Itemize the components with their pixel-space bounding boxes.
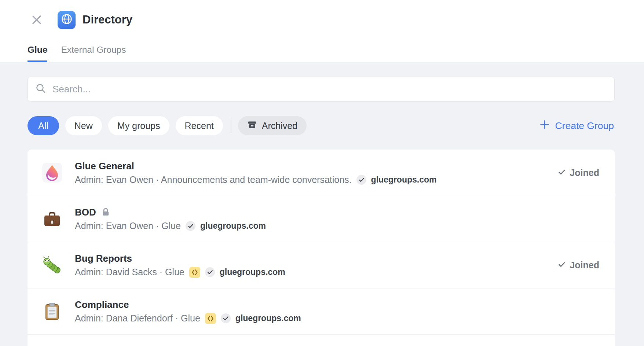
group-name: Bug Reports [75,253,132,264]
filter-pill-my-groups[interactable]: My groups [108,116,169,135]
verified-check-icon [205,267,215,277]
yellow-brackets-badge-icon [189,267,200,278]
group-list: Glue General Admin: Evan Owen · Announce… [28,150,615,346]
group-subtitle: Admin: Evan Owen · Glue [75,221,181,231]
group-row-bug-reports[interactable]: Bug Reports Admin: David Sacks · Glue gl… [28,242,615,288]
filter-pill-all[interactable]: All [28,116,59,135]
group-row-partial [28,334,615,346]
directory-content: All New My groups Recent Archived Create… [0,62,644,346]
verified-check-icon [221,313,231,323]
group-subtitle: Admin: Evan Owen · Announcements and tea… [75,174,352,185]
filter-pill-recent[interactable]: Recent [176,116,223,135]
page-title: Directory [83,13,132,26]
clipboard-icon [42,302,62,321]
filter-divider [231,118,231,133]
archive-icon [247,120,257,132]
create-group-label: Create Group [555,120,614,132]
tab-glue[interactable]: Glue [28,45,47,62]
filter-pill-archived[interactable]: Archived [238,116,307,135]
directory-tabs: Glue External Groups [28,45,615,62]
group-name: Compliance [75,299,129,310]
joined-check-icon [558,260,566,270]
group-name: Glue General [75,161,134,172]
filter-bar: All New My groups Recent Archived Create… [28,116,615,135]
group-row-glue-general[interactable]: Glue General Admin: Evan Owen · Announce… [28,150,615,196]
search-icon [35,83,46,95]
group-subtitle: Admin: David Sacks · Glue [75,267,184,277]
lock-icon [101,207,110,218]
yellow-brackets-badge-icon [205,313,216,324]
group-domain: gluegroups.com [371,175,437,185]
plus-icon [539,119,550,133]
verified-check-icon [356,175,366,185]
close-icon[interactable] [30,14,43,26]
group-row-bod[interactable]: BOD Admin: Evan Owen · Glue gluegroups.c… [28,196,615,242]
caterpillar-icon [42,255,62,275]
search-bar[interactable] [28,77,615,102]
create-group-button[interactable]: Create Group [539,119,615,133]
directory-header: Directory Glue External Groups [0,0,644,62]
group-subtitle: Admin: Dana Diefendorf · Glue [75,313,200,324]
search-input[interactable] [52,83,607,95]
directory-app-badge [58,11,76,29]
group-domain: gluegroups.com [200,221,266,231]
verified-check-icon [186,221,195,231]
briefcase-icon [42,209,62,229]
filter-pill-new[interactable]: New [65,116,102,135]
tab-external-groups[interactable]: External Groups [61,45,126,62]
joined-label: Joined [570,168,599,178]
joined-check-icon [558,168,566,178]
group-row-compliance[interactable]: Compliance Admin: Dana Diefendorf · Glue… [28,288,615,334]
glue-droplet-icon [42,163,62,183]
group-domain: gluegroups.com [235,313,301,323]
group-name: BOD [75,207,96,218]
archived-label: Archived [262,121,297,131]
joined-status: Joined [558,260,604,270]
joined-status: Joined [558,168,604,178]
group-domain: gluegroups.com [220,267,285,277]
globe-icon [60,12,73,27]
joined-label: Joined [570,260,599,270]
